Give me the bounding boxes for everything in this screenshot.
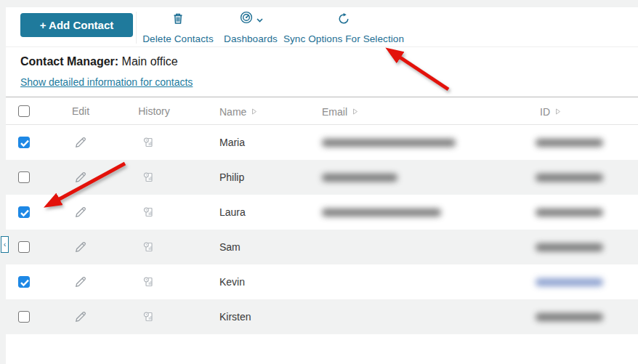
contact-name: Kirsten (219, 299, 251, 334)
history-icon[interactable] (141, 310, 156, 324)
dashboards-label: Dashboards (224, 33, 278, 44)
row-checkbox[interactable] (18, 137, 30, 148)
edit-icon[interactable] (73, 310, 88, 324)
table-header: Edit History Name Email ID (6, 97, 638, 125)
column-header-edit: Edit (66, 97, 95, 125)
sort-icon (555, 97, 561, 125)
table-row: Maria (6, 125, 638, 160)
redacted-email-value (322, 174, 397, 182)
subheader: Contact Manager: Main office Show detail… (6, 47, 638, 97)
row-checkbox[interactable] (18, 276, 30, 288)
contact-name: Laura (219, 195, 246, 230)
add-contact-button[interactable]: + Add Contact (20, 13, 133, 37)
history-icon[interactable] (141, 275, 156, 289)
redacted-id-link-value (536, 278, 603, 286)
page-title-label: Contact Manager: (20, 55, 118, 68)
row-checkbox[interactable] (18, 311, 30, 323)
laura-row-checkbox[interactable] (18, 206, 30, 218)
sync-options-label: Sync Options For Selection (283, 33, 404, 44)
contact-name: Maria (219, 125, 245, 160)
table-row: Philip (6, 160, 638, 195)
row-checkbox[interactable] (18, 171, 30, 183)
sort-icon (352, 97, 358, 125)
gauge-icon (239, 10, 254, 28)
redacted-id-value (536, 139, 603, 147)
history-icon[interactable] (141, 135, 156, 150)
contact-name: Kevin (219, 264, 245, 299)
contact-name: Sam (219, 230, 241, 264)
sync-options-for-selection-button[interactable]: Sync Options For Selection (286, 11, 402, 44)
page-title: Contact Manager: Main office (20, 55, 178, 68)
edit-icon[interactable] (73, 275, 88, 289)
column-header-history: History (132, 97, 176, 125)
trash-icon (171, 11, 185, 27)
delete-contacts-button[interactable]: Delete Contacts (140, 11, 217, 44)
redacted-email-value (322, 209, 441, 217)
edit-icon[interactable] (73, 205, 88, 219)
redacted-id-value (536, 209, 603, 217)
redacted-id-value (536, 313, 603, 321)
chevron-down-icon (257, 12, 263, 25)
table-row: Laura (6, 195, 638, 230)
column-header-id[interactable]: ID (540, 97, 561, 125)
redacted-id-value (536, 243, 603, 251)
sync-icon (337, 11, 350, 27)
redacted-email-value (322, 139, 456, 147)
row-checkbox[interactable] (18, 241, 30, 253)
column-header-name[interactable]: Name (219, 97, 257, 125)
history-icon[interactable] (141, 240, 156, 254)
column-header-email[interactable]: Email (322, 97, 358, 125)
redacted-id-value (536, 174, 603, 182)
edit-icon[interactable] (73, 240, 88, 254)
show-details-link[interactable]: Show detailed information for contacts (20, 76, 193, 88)
toolbar-divider (136, 12, 137, 44)
dashboards-button[interactable]: Dashboards (222, 11, 280, 44)
contact-name: Philip (219, 160, 244, 195)
edit-icon[interactable] (73, 170, 88, 185)
table-row: Kevin (6, 264, 638, 299)
panel-collapse-button[interactable]: ‹ (1, 236, 9, 253)
table-row: Kirsten (6, 299, 638, 334)
toolbar: + Add Contact Delete Contacts (6, 7, 638, 47)
contact-manager-page: + Add Contact Delete Contacts (0, 0, 638, 364)
table-row: Sam (6, 230, 638, 264)
history-icon[interactable] (141, 205, 156, 219)
main-panel: + Add Contact Delete Contacts (6, 7, 638, 364)
chevron-left-icon: ‹ (4, 240, 7, 248)
select-all-checkbox[interactable] (18, 105, 30, 117)
edit-icon[interactable] (73, 135, 88, 150)
sort-icon (251, 97, 257, 125)
delete-contacts-label: Delete Contacts (142, 33, 214, 44)
page-title-value: Main office (122, 55, 178, 68)
history-icon[interactable] (141, 170, 156, 185)
